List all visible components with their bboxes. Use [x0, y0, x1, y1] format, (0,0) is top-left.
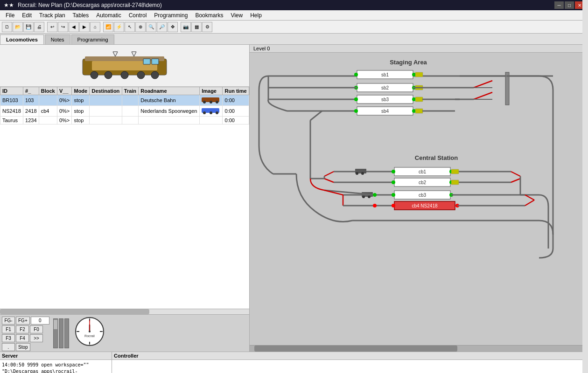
tb-new[interactable]: 🗋 — [2, 22, 12, 32]
loco-dest — [90, 95, 122, 106]
tb-undo[interactable]: ↩ — [47, 22, 57, 32]
speed-slider-2[interactable] — [59, 318, 63, 348]
svg-point-86 — [392, 180, 395, 184]
tb-screenshot[interactable]: 📷 — [181, 22, 191, 32]
server-log-scrollbar[interactable] — [582, 0, 588, 373]
tb-select[interactable]: ⊕ — [135, 22, 146, 32]
tb-redo[interactable]: ↪ — [58, 22, 68, 32]
col-runtime[interactable]: Run time — [223, 87, 249, 95]
track-plan-svg: Staging Area sb1 sb2 — [250, 53, 576, 267]
svg-line-112 — [324, 172, 334, 176]
fg-plus-button[interactable]: FG+ — [16, 317, 30, 325]
menu-bookmarks[interactable]: Bookmarks — [191, 11, 227, 20]
fg-minus-button[interactable]: FG- — [2, 317, 15, 325]
menu-programming[interactable]: Programming — [150, 11, 191, 20]
tb-print[interactable]: 🖨 — [34, 22, 44, 32]
col-mode[interactable]: Mode — [72, 87, 90, 95]
svg-point-106 — [361, 172, 364, 175]
controller-content — [112, 360, 588, 373]
menu-view[interactable]: View — [227, 11, 246, 20]
loco-image-cell — [200, 106, 223, 117]
menu-edit[interactable]: Edit — [18, 11, 35, 20]
tb-move[interactable]: ✥ — [168, 22, 178, 32]
loco-dest — [90, 117, 122, 124]
tb-cursor[interactable]: ↖ — [125, 22, 135, 32]
svg-point-4 — [105, 71, 112, 79]
titlebar: ★★ Rocrail: New Plan (D:\Descargas apps\… — [0, 0, 588, 10]
loco-runtime: 0:00 — [223, 95, 249, 106]
menu-help[interactable]: Help — [246, 11, 266, 20]
svg-point-5 — [121, 71, 128, 79]
svg-point-18 — [210, 101, 212, 104]
f2-button[interactable]: F2 — [16, 325, 29, 333]
col-num[interactable]: #_ — [23, 87, 39, 95]
col-train[interactable]: Train — [122, 87, 139, 95]
f0-button[interactable]: F0 — [30, 325, 43, 333]
tab-locomotives[interactable]: Locomotives — [0, 35, 44, 44]
col-roadname[interactable]: Roadname — [139, 87, 200, 95]
ff-button[interactable]: >> — [30, 334, 43, 342]
svg-point-6 — [137, 71, 145, 79]
tb-zoom-in[interactable]: 🔍 — [146, 22, 156, 32]
tb-settings[interactable]: ⚙ — [202, 22, 212, 32]
table-scrollbar[interactable] — [0, 309, 249, 314]
f4-button[interactable]: F4 — [16, 334, 29, 342]
scrollbar-thumb[interactable] — [0, 309, 149, 314]
tab-notes[interactable]: Notes — [45, 35, 70, 44]
col-v[interactable]: V__ — [57, 87, 72, 95]
tb-zoom-out[interactable]: 🔎 — [157, 22, 167, 32]
loco-roadname — [139, 117, 200, 124]
table-row[interactable]: BR103 103 0%> stop Deutsche Bahn — [0, 95, 249, 106]
col-dest[interactable]: Destination — [90, 87, 122, 95]
table-row[interactable]: NS2418 2418 cb4 0%> stop Nederlands Spoo… — [0, 106, 249, 117]
tb-back[interactable]: ◀ — [69, 22, 79, 32]
minimize-button[interactable]: ─ — [554, 1, 564, 9]
svg-point-19 — [216, 101, 218, 104]
maximize-button[interactable]: □ — [565, 1, 574, 9]
server-log[interactable]: 14:00:50 9999 open workspace="" "D:\Desc… — [0, 360, 112, 373]
track-scrollbar-thumb[interactable] — [254, 345, 457, 352]
tb-open[interactable]: 📂 — [13, 22, 23, 32]
table-row[interactable]: Taurus 1234 0%> stop 0:00 — [0, 117, 249, 124]
loco-roadname: Deutsche Bahn — [139, 95, 200, 106]
col-id[interactable]: ID — [0, 87, 23, 95]
speed-slider-handle[interactable] — [54, 320, 57, 329]
speed-slider-3[interactable] — [64, 318, 69, 348]
speed-input[interactable] — [31, 317, 49, 325]
f1-button[interactable]: F1 — [2, 325, 15, 333]
speed-slider-track[interactable] — [53, 318, 58, 348]
level-label: Level 0 — [250, 45, 588, 53]
svg-text:Central Station: Central Station — [415, 154, 458, 161]
loco-runtime: 0:00 — [223, 106, 249, 117]
stop-button[interactable]: Stop — [16, 343, 30, 351]
menu-control[interactable]: Control — [125, 11, 151, 20]
col-image[interactable]: Image — [200, 87, 223, 95]
dot-button[interactable]: . — [2, 343, 15, 351]
f3-button[interactable]: F3 — [2, 334, 15, 342]
speed-controls: FG- FG+ F1 F2 F0 F3 F4 >> . Stop — [2, 317, 49, 350]
tb-grid[interactable]: ▦ — [191, 22, 202, 32]
svg-point-17 — [203, 101, 206, 104]
svg-text:cb3: cb3 — [419, 193, 427, 198]
tb-home[interactable]: ⌂ — [90, 22, 100, 32]
tb-wifi[interactable]: 📶 — [103, 22, 113, 32]
menu-trackplan[interactable]: Track plan — [35, 11, 69, 20]
svg-line-120 — [511, 172, 520, 176]
svg-line-67 — [474, 92, 492, 99]
loco-image-cell — [200, 95, 223, 106]
tb-forward[interactable]: ▶ — [79, 22, 90, 32]
col-block[interactable]: Block — [39, 87, 57, 95]
track-scrollbar[interactable] — [250, 345, 588, 352]
svg-point-105 — [356, 172, 358, 175]
menu-tables[interactable]: Tables — [69, 11, 93, 20]
loco-block — [39, 117, 57, 124]
tb-save[interactable]: 💾 — [23, 22, 34, 32]
svg-rect-82 — [451, 169, 459, 174]
tb-signal[interactable]: ⚡ — [114, 22, 124, 32]
menu-automatic[interactable]: Automatic — [92, 11, 125, 20]
loco-mode: stop — [72, 95, 90, 106]
menu-file[interactable]: File — [2, 11, 18, 20]
track-view[interactable]: Staging Area sb1 sb2 — [250, 53, 588, 345]
main-area: ID #_ Block V__ Mode Destination Train R… — [0, 45, 588, 352]
tab-programming[interactable]: Programming — [71, 35, 114, 44]
